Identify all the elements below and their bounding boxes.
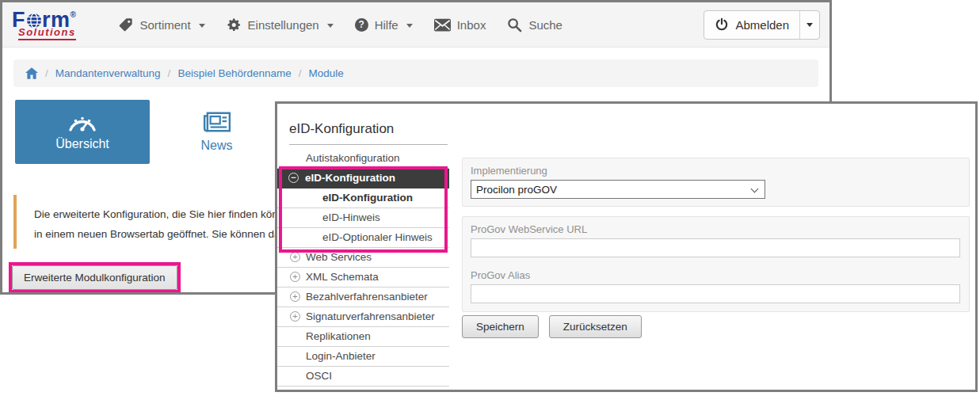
nav-item-label: Sortiment: [139, 18, 190, 32]
breadcrumb: / Mandantenverwaltung / Beispiel Behörde…: [13, 59, 818, 87]
tag-icon: [118, 17, 133, 32]
logout-label: Abmelden: [735, 18, 789, 32]
tree-item-web-services[interactable]: + Web Services: [277, 248, 449, 268]
tile-label: News: [200, 139, 232, 153]
tile-uebersicht[interactable]: Übersicht: [15, 100, 150, 164]
save-button[interactable]: Speichern: [462, 315, 539, 338]
tree-item-label: Login-Anbieter: [277, 347, 376, 366]
reset-button[interactable]: Zurücksetzen: [549, 315, 642, 338]
tree-item-label: OSCI: [277, 367, 332, 386]
tree-item-label: eID-Hinweis: [277, 208, 380, 227]
search-icon: [507, 17, 522, 32]
tree-item-osci[interactable]: OSCI: [277, 367, 449, 386]
tree-item-bezahlverfahrensanbieter[interactable]: + Bezahlverfahrensanbieter: [277, 287, 449, 307]
home-icon: [25, 67, 38, 79]
implementierung-selected-value: Procilon proGOV: [476, 184, 557, 196]
tree-item-label: Autistakonfiguration: [277, 149, 400, 168]
nav-item-inbox[interactable]: Inbox: [434, 18, 486, 32]
top-navbar: Frm® Solutions Sortiment Einstellungen ?…: [2, 2, 829, 48]
chevron-down-icon: [327, 24, 334, 28]
page-title: eID-Konfiguration: [289, 121, 448, 145]
form-buttons: Speichern Zurücksetzen: [462, 315, 642, 338]
logout-dropdown-toggle[interactable]: [799, 11, 819, 39]
tree-item-eid-optionaler-hinweis[interactable]: eID-Optionaler Hinweis: [277, 228, 449, 248]
power-icon: [715, 17, 729, 32]
config-tree: Autistakonfiguration − eID-Konfiguration…: [277, 149, 449, 386]
gauge-icon: [67, 112, 97, 131]
collapse-minus-icon[interactable]: −: [288, 173, 299, 183]
breadcrumb-separator: /: [45, 67, 48, 79]
breadcrumb-item-behoerdenname[interactable]: Beispiel Behördenname: [177, 67, 291, 79]
tree-item-xml-schemata[interactable]: + XML Schemata: [277, 268, 449, 287]
nav-item-label: Inbox: [457, 18, 486, 32]
highlight-box-advanced-button: Erweiterte Modulkonfiguration: [9, 262, 181, 293]
tree-item-eid-konfiguration-child[interactable]: eID-Konfiguration: [277, 188, 449, 208]
nav-item-hilfe[interactable]: ? Hilfe: [355, 18, 413, 32]
progov-alias-input[interactable]: [471, 284, 960, 303]
logout-split-button: Abmelden: [704, 10, 820, 40]
implementierung-label: Implementierung: [471, 165, 547, 177]
implementierung-panel: Implementierung Procilon proGOV: [462, 158, 970, 207]
tile-label: Übersicht: [55, 137, 109, 151]
implementierung-select[interactable]: Procilon proGOV: [471, 180, 765, 199]
nav-item-sortiment[interactable]: Sortiment: [118, 17, 204, 32]
tree-item-label: eID-Konfiguration: [277, 188, 413, 208]
tree-item-eid-hinweis[interactable]: eID-Hinweis: [277, 208, 449, 228]
nav-item-label: Suche: [528, 18, 562, 32]
tree-item-label: Replikationen: [277, 327, 371, 346]
breadcrumb-item-module[interactable]: Module: [309, 67, 344, 79]
tree-item-replikationen[interactable]: Replikationen: [277, 327, 449, 347]
breadcrumb-item-mandantenverwaltung[interactable]: Mandantenverwaltung: [55, 67, 161, 79]
nav-item-suche[interactable]: Suche: [507, 17, 562, 32]
registered-mark: ®: [71, 11, 77, 19]
expand-plus-icon[interactable]: +: [290, 272, 300, 282]
chevron-down-icon: [806, 23, 813, 27]
expand-plus-icon[interactable]: +: [290, 291, 300, 302]
eid-config-window: eID-Konfiguration Autistakonfiguration −…: [275, 101, 978, 392]
gear-icon: [227, 17, 242, 32]
form-solutions-logo[interactable]: Frm® Solutions: [12, 10, 76, 40]
nav-item-einstellungen[interactable]: Einstellungen: [227, 17, 334, 32]
tree-item-label: Signaturverfahrensanbieter: [277, 307, 435, 326]
breadcrumb-home[interactable]: [25, 67, 38, 79]
tile-news[interactable]: News: [175, 100, 258, 164]
progov-url-input[interactable]: [471, 238, 960, 257]
tree-item-label: eID-Optionaler Hinweis: [277, 228, 433, 247]
nav-item-label: Hilfe: [375, 18, 398, 32]
tree-item-autistakonfiguration[interactable]: Autistakonfiguration: [277, 149, 449, 169]
chevron-down-icon: [406, 24, 413, 28]
tree-item-eid-konfiguration-parent[interactable]: − eID-Konfiguration: [277, 169, 449, 188]
newspaper-icon: [201, 111, 233, 133]
advanced-module-config-button[interactable]: Erweiterte Modulkonfiguration: [12, 265, 177, 290]
progov-url-label: ProGov WebService URL: [471, 223, 587, 235]
help-circle-icon: ?: [355, 18, 368, 32]
expand-plus-icon[interactable]: +: [290, 252, 300, 262]
tree-item-signaturverfahrensanbieter[interactable]: + Signaturverfahrensanbieter: [277, 307, 449, 327]
progov-panel: ProGov WebService URL ProGov Alias: [462, 216, 970, 312]
breadcrumb-separator: /: [168, 67, 171, 79]
envelope-icon: [434, 18, 451, 32]
nav-item-label: Einstellungen: [248, 18, 319, 32]
chevron-down-icon: [199, 24, 205, 28]
chevron-down-icon: [751, 185, 759, 193]
logout-button[interactable]: Abmelden: [704, 11, 799, 39]
tree-item-login-anbieter[interactable]: Login-Anbieter: [277, 347, 449, 367]
breadcrumb-separator: /: [299, 67, 302, 79]
logo-subtitle: Solutions: [18, 27, 76, 40]
progov-alias-label: ProGov Alias: [471, 269, 530, 281]
expand-plus-icon[interactable]: +: [290, 311, 300, 322]
